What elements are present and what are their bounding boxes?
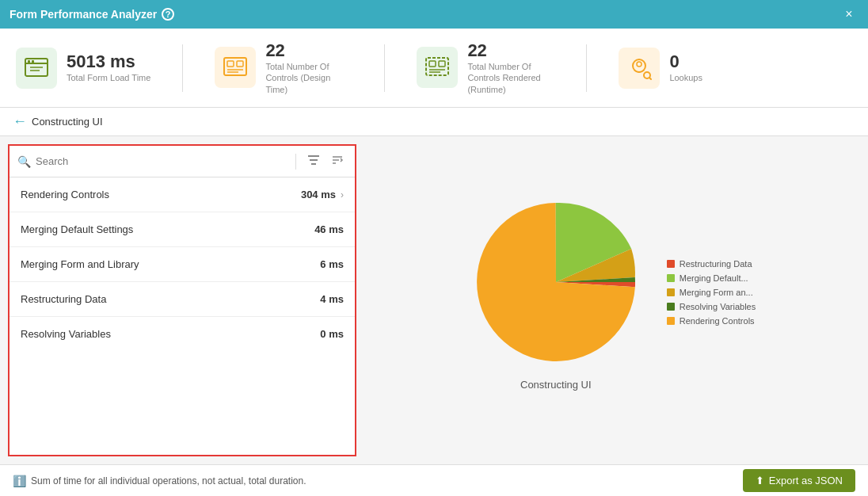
legend-dot-merging-form [667, 288, 675, 296]
legend-item: Resolving Variables [667, 302, 756, 311]
right-panel: Constructing UI Restructuring Data Mergi… [364, 144, 860, 456]
legend-label-rendering: Rendering Controls [680, 316, 755, 326]
search-divider [295, 154, 296, 170]
stat-lookups-value: 0 [669, 52, 702, 72]
stat-controls-design-text: 22 Total Number Of Controls (Design Time… [265, 40, 352, 95]
footer-note: ℹ️ Sum of time for all individual operat… [13, 475, 306, 487]
chart-container: Constructing UI Restructuring Data Mergi… [469, 195, 756, 391]
svg-rect-12 [429, 61, 436, 67]
app-title: Form Performance Analyzer [10, 8, 157, 21]
svg-rect-7 [227, 61, 234, 67]
list-item[interactable]: Resolving Variables 0 ms [10, 317, 355, 351]
svg-rect-8 [237, 61, 243, 67]
left-panel: 🔍 Rendering C [8, 144, 356, 456]
stat-form-load-label: Total Form Load Time [67, 72, 150, 83]
info-icon: ℹ️ [13, 475, 26, 487]
footer-bar: ℹ️ Sum of time for all individual operat… [0, 464, 868, 496]
title-bar: Form Performance Analyzer ? × [0, 0, 868, 29]
close-button[interactable]: × [839, 5, 858, 24]
legend-item: Restructuring Data [667, 259, 756, 269]
stat-form-load-value: 5013 ms [67, 52, 150, 72]
back-arrow-icon[interactable]: ← [13, 113, 27, 130]
pie-chart [469, 195, 643, 369]
legend-label-merging-form: Merging Form an... [680, 288, 753, 297]
svg-line-19 [649, 78, 651, 79]
list-item[interactable]: Merging Form and Library 6 ms [10, 247, 355, 282]
stat-controls-runtime: 22 Total Number Of Controls Rendered (Ru… [417, 40, 554, 95]
breadcrumb-bar: ← Constructing UI [0, 108, 868, 136]
chart-label: Constructing UI [469, 379, 643, 391]
stat-divider-2 [384, 44, 385, 92]
sort-icon[interactable] [328, 152, 347, 170]
svg-rect-5 [32, 60, 34, 63]
export-icon: ⬆ [756, 475, 764, 486]
list-item[interactable]: Rendering Controls 304 ms › [10, 177, 355, 212]
stat-form-load: 5013 ms Total Form Load Time [16, 48, 150, 89]
footer-note-text: Sum of time for all individual operation… [31, 475, 306, 486]
pie-chart-area: Constructing UI [469, 195, 643, 391]
export-label: Export as JSON [769, 475, 843, 486]
stat-lookups: 0 Lookups [619, 48, 702, 89]
stat-controls-design-label: Total Number Of Controls (Design Time) [265, 61, 352, 95]
svg-rect-20 [308, 155, 319, 157]
legend-item: Merging Default... [667, 273, 756, 283]
stat-lookups-text: 0 Lookups [669, 52, 702, 83]
list-item[interactable]: Merging Default Settings 46 ms [10, 212, 355, 247]
svg-point-17 [637, 62, 641, 67]
export-button[interactable]: ⬆ Export as JSON [743, 469, 855, 492]
search-icon: 🔍 [17, 155, 31, 168]
chevron-right-icon: › [341, 189, 344, 200]
legend-item: Merging Form an... [667, 288, 756, 297]
legend-item: Rendering Controls [667, 316, 756, 326]
legend-dot-resolving [667, 303, 675, 311]
legend-dot-rendering [667, 317, 675, 325]
stat-controls-runtime-value: 22 [467, 40, 554, 61]
title-bar-left: Form Performance Analyzer ? [10, 8, 174, 21]
legend-label-merging-default: Merging Default... [680, 273, 748, 283]
chart-legend: Restructuring Data Merging Default... Me… [667, 259, 756, 326]
svg-rect-13 [439, 61, 445, 67]
stat-form-load-text: 5013 ms Total Form Load Time [67, 52, 150, 83]
svg-rect-22 [311, 163, 316, 165]
search-input[interactable] [36, 155, 287, 167]
stat-lookups-label: Lookups [669, 72, 702, 83]
stat-controls-runtime-text: 22 Total Number Of Controls Rendered (Ru… [467, 40, 554, 95]
stat-controls-design-value: 22 [265, 40, 352, 61]
stat-divider-1 [182, 44, 183, 92]
svg-rect-21 [310, 159, 318, 161]
svg-rect-4 [28, 60, 30, 63]
stats-bar: 5013 ms Total Form Load Time 22 Total Nu… [0, 29, 868, 108]
list-item[interactable]: Restructuring Data 4 ms [10, 282, 355, 317]
stat-controls-runtime-label: Total Number Of Controls Rendered (Runti… [467, 61, 554, 95]
main-content: 🔍 Rendering C [0, 136, 868, 464]
filter-icon[interactable] [304, 152, 323, 170]
help-icon[interactable]: ? [162, 8, 174, 21]
legend-label-resolving: Resolving Variables [680, 302, 756, 311]
legend-label-restructuring: Restructuring Data [680, 259, 752, 269]
legend-dot-merging-default [667, 274, 675, 282]
form-load-icon [16, 48, 57, 89]
controls-design-icon [215, 47, 256, 88]
stat-controls-design: 22 Total Number Of Controls (Design Time… [215, 40, 352, 95]
legend-dot-restructuring [667, 260, 675, 268]
stat-divider-3 [586, 44, 587, 92]
list-items: Rendering Controls 304 ms › Merging Defa… [10, 177, 355, 455]
lookups-icon [619, 48, 660, 89]
search-bar: 🔍 [10, 146, 355, 177]
controls-runtime-icon [417, 47, 458, 88]
breadcrumb-text: Constructing UI [32, 116, 103, 128]
